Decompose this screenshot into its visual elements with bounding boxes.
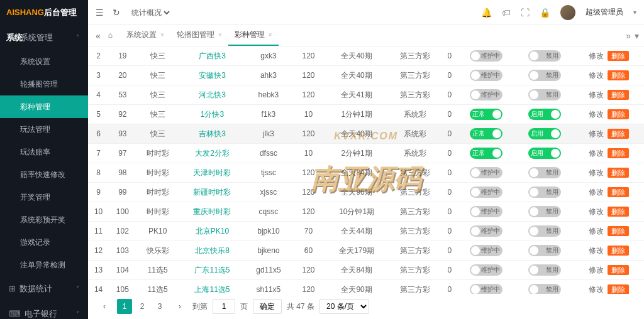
status-toggle[interactable]: 维护中: [470, 245, 502, 256]
menu-sub-item[interactable]: 赔率快速修改: [0, 163, 88, 186]
tabs-next-icon[interactable]: »: [626, 31, 631, 41]
modify-button[interactable]: 修改: [589, 285, 604, 294]
pager-jump-input[interactable]: [213, 299, 235, 314]
delete-button[interactable]: 删除: [608, 168, 629, 178]
lottery-name[interactable]: 北京PK10: [179, 222, 245, 241]
pager-go-button[interactable]: 确定: [253, 299, 282, 314]
chevron-down-icon[interactable]: ▾: [633, 9, 636, 16]
tab-close-icon[interactable]: ×: [269, 31, 272, 38]
table-row[interactable]: 320快三安徽快3ahk3120全天40期第三方彩0维护中禁用修改删除: [88, 66, 644, 85]
menu-sub-item[interactable]: 注单异常检测: [0, 254, 88, 276]
lottery-name[interactable]: 1分快3: [179, 105, 245, 124]
menu-group[interactable]: ⌨电子银行˅: [0, 301, 88, 319]
tab[interactable]: 轮播图管理 ×: [170, 26, 228, 46]
status-toggle[interactable]: 维护中: [470, 225, 502, 237]
table-row[interactable]: 693快三吉林快3jlk3120全天40期系统彩0正常启用修改删除: [88, 124, 644, 144]
delete-button[interactable]: 删除: [608, 246, 629, 256]
status-toggle[interactable]: 正常: [470, 109, 502, 120]
refresh-icon[interactable]: ↻: [113, 8, 120, 18]
table-row[interactable]: 12103快乐彩北京快乐8bjkeno60全天179期第三方彩0维护中禁用修改删…: [88, 241, 644, 261]
tab[interactable]: 系统设置 ×: [120, 26, 170, 46]
status-toggle[interactable]: 维护中: [470, 284, 502, 294]
modify-button[interactable]: 修改: [589, 110, 604, 119]
user-name[interactable]: 超级管理员: [586, 7, 623, 18]
modify-button[interactable]: 修改: [589, 227, 604, 235]
pager-size-select[interactable]: 20 条/页: [319, 299, 369, 314]
tab-home[interactable]: ⌂: [103, 26, 118, 46]
enable-toggle[interactable]: 禁用: [528, 187, 561, 198]
lottery-name[interactable]: 北京快乐8: [179, 241, 245, 261]
enable-toggle[interactable]: 禁用: [528, 264, 561, 276]
pager-page[interactable]: 2: [135, 299, 150, 314]
menu-sub-item[interactable]: 系统设置: [0, 50, 88, 73]
menu-sub-item[interactable]: 玩法赔率: [0, 141, 88, 163]
lottery-name[interactable]: 吉林快3: [179, 124, 245, 144]
modify-button[interactable]: 修改: [589, 168, 604, 177]
modify-button[interactable]: 修改: [589, 149, 604, 158]
pager-next[interactable]: ›: [172, 299, 187, 314]
status-toggle[interactable]: 正常: [470, 128, 502, 139]
lottery-name[interactable]: 安徽快3: [179, 66, 245, 85]
delete-button[interactable]: 删除: [608, 148, 629, 158]
modify-button[interactable]: 修改: [589, 266, 604, 274]
enable-toggle[interactable]: 启用: [528, 128, 561, 139]
status-toggle[interactable]: 维护中: [470, 50, 502, 62]
modify-button[interactable]: 修改: [589, 71, 604, 80]
modify-button[interactable]: 修改: [589, 51, 604, 60]
table-row[interactable]: 11102PK10北京PK10bjpk1070全天44期第三方彩0维护中禁用修改…: [88, 222, 644, 241]
menu-sub-item[interactable]: 系统彩预开奖: [0, 208, 88, 231]
status-toggle[interactable]: 维护中: [470, 167, 502, 178]
enable-toggle[interactable]: 禁用: [528, 225, 561, 237]
modify-button[interactable]: 修改: [589, 207, 604, 216]
enable-toggle[interactable]: 启用: [528, 109, 561, 120]
lottery-name[interactable]: 广东11选5: [179, 261, 245, 280]
delete-button[interactable]: 删除: [608, 187, 629, 197]
modify-button[interactable]: 修改: [589, 246, 604, 255]
pager-prev[interactable]: ‹: [97, 299, 112, 314]
menu-sub-item[interactable]: 彩种管理: [0, 95, 88, 118]
pager-page[interactable]: 1: [117, 299, 132, 314]
delete-button[interactable]: 删除: [608, 284, 629, 295]
enable-toggle[interactable]: 禁用: [528, 245, 561, 256]
status-toggle[interactable]: 维护中: [470, 206, 502, 217]
expand-icon[interactable]: ⛶: [521, 8, 530, 18]
delete-button[interactable]: 删除: [608, 265, 629, 275]
table-row[interactable]: 1410511选5上海11选5sh11x5120全天90期第三方彩0维护中禁用修…: [88, 280, 644, 295]
lottery-name[interactable]: 重庆时时彩: [179, 202, 245, 222]
table-row[interactable]: 898时时彩天津时时彩tjssc120全天84期第三方彩0维护中禁用修改删除: [88, 163, 644, 183]
table-row[interactable]: 219快三广西快3gxk3120全天40期第三方彩0维护中禁用修改删除: [88, 46, 644, 66]
lottery-name[interactable]: 河北快3: [179, 85, 245, 105]
pager-page[interactable]: 3: [152, 299, 167, 314]
tabs-menu-icon[interactable]: ▾: [635, 31, 639, 41]
menu-sub-item[interactable]: 轮播图管理: [0, 73, 88, 95]
enable-toggle[interactable]: 禁用: [528, 89, 561, 100]
menu-group[interactable]: ⊞数据统计˅: [0, 276, 88, 301]
tabs-prev-icon[interactable]: «: [96, 31, 101, 41]
enable-toggle[interactable]: 启用: [528, 148, 561, 159]
enable-toggle[interactable]: 禁用: [528, 167, 561, 178]
status-toggle[interactable]: 维护中: [470, 264, 502, 276]
delete-button[interactable]: 删除: [608, 109, 629, 119]
lock-icon[interactable]: 🔒: [540, 8, 550, 18]
enable-toggle[interactable]: 禁用: [528, 206, 561, 217]
status-toggle[interactable]: 维护中: [470, 187, 502, 198]
delete-button[interactable]: 删除: [608, 226, 629, 236]
enable-toggle[interactable]: 禁用: [528, 50, 561, 62]
table-row[interactable]: 592快三1分快3f1k3101分钟1期系统彩0正常启用修改删除: [88, 105, 644, 124]
tab-close-icon[interactable]: ×: [160, 31, 164, 38]
table-row[interactable]: 797时时彩大发2分彩dfssc102分钟1期系统彩0正常启用修改删除: [88, 144, 644, 163]
tab-close-icon[interactable]: ×: [218, 31, 222, 38]
tab[interactable]: 彩种管理 ×: [228, 26, 279, 46]
enable-toggle[interactable]: 禁用: [528, 284, 561, 294]
lottery-name[interactable]: 新疆时时彩: [179, 183, 245, 202]
table-row[interactable]: 999时时彩新疆时时彩xjssc120全天96期第三方彩0维护中禁用修改删除: [88, 183, 644, 202]
menu-sub-item[interactable]: 玩法管理: [0, 118, 88, 141]
lottery-name[interactable]: 广西快3: [179, 46, 245, 66]
avatar[interactable]: [560, 5, 575, 20]
status-toggle[interactable]: 正常: [470, 148, 502, 159]
table-row[interactable]: 453快三河北快3hebk3120全天41期第三方彩0维护中禁用修改删除: [88, 85, 644, 105]
delete-button[interactable]: 删除: [608, 129, 629, 139]
delete-button[interactable]: 删除: [608, 70, 629, 80]
modify-button[interactable]: 修改: [589, 188, 604, 197]
status-toggle[interactable]: 维护中: [470, 70, 502, 81]
